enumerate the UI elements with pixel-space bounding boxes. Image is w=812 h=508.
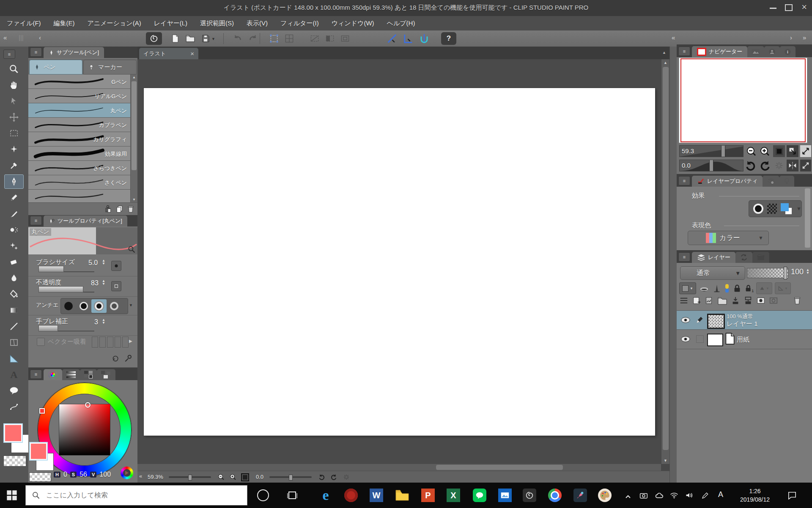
- tab-color-slider[interactable]: [62, 369, 80, 380]
- subtool-item-rough-pen[interactable]: ざらつきペン: [28, 161, 130, 175]
- scroll-thumb[interactable]: [132, 81, 137, 170]
- eyedropper-tool[interactable]: [4, 158, 24, 173]
- taskbar-app-word[interactable]: W: [370, 489, 383, 502]
- navigator-zoom-in-button[interactable]: [759, 145, 771, 157]
- sv-cursor[interactable]: [85, 402, 91, 408]
- subtool-item-maru-pen[interactable]: 丸ペン: [28, 103, 130, 118]
- duplicate-subtool-icon[interactable]: [115, 204, 124, 214]
- tab-timeline[interactable]: [752, 252, 769, 263]
- gradient-tool[interactable]: [4, 303, 24, 318]
- sv-square[interactable]: [59, 404, 110, 455]
- transfer-down-icon[interactable]: [731, 296, 740, 305]
- navigator-zoom-slider[interactable]: 59.3: [679, 145, 743, 157]
- set-as-mask-button[interactable]: ▼: [756, 282, 772, 294]
- navigator-rotate-cw-button[interactable]: [759, 160, 771, 171]
- tab-layer-search[interactable]: [735, 252, 752, 263]
- layer-thumbnail[interactable]: [707, 314, 725, 329]
- tray-pen-icon[interactable]: [701, 492, 709, 501]
- layer-list-icon[interactable]: [679, 296, 689, 305]
- vscroll-thumb[interactable]: [663, 67, 669, 450]
- collapse-far-right-icon[interactable]: »: [803, 34, 806, 41]
- taskbar-app-explorer[interactable]: [395, 489, 409, 501]
- taskbar-app-palette[interactable]: [598, 489, 612, 502]
- clock[interactable]: 1:26 2019/08/12: [732, 487, 778, 504]
- layer-name[interactable]: レイヤー 1: [727, 320, 758, 328]
- layer-property-menu-icon[interactable]: ≡: [678, 176, 690, 185]
- tone-effect-button[interactable]: [767, 204, 777, 214]
- tray-expand-button[interactable]: [625, 493, 631, 500]
- antialias-strong[interactable]: [107, 302, 122, 310]
- brush-tool[interactable]: [4, 207, 24, 221]
- status-zoom-in-button[interactable]: [228, 472, 238, 482]
- status-rotate-cw-button[interactable]: [329, 472, 339, 482]
- import-subtool-icon[interactable]: [104, 204, 112, 214]
- help-button[interactable]: ?: [441, 32, 456, 45]
- navigator-flip-vertical-button[interactable]: [800, 160, 811, 171]
- subtool-item-partial[interactable]: [28, 190, 130, 202]
- subtool-item-gpen[interactable]: Gペン: [28, 75, 130, 89]
- subtool-panel-menu-icon[interactable]: ≡: [30, 47, 42, 57]
- register-initial-icon[interactable]: [127, 245, 136, 254]
- vscroll-down-icon[interactable]: ▼: [664, 458, 667, 463]
- tray-cloud-icon[interactable]: [655, 493, 664, 500]
- merge-down-icon[interactable]: [743, 296, 753, 305]
- navigator-zoom-out-button[interactable]: [745, 145, 757, 157]
- status-rotation-value[interactable]: 0.0: [256, 474, 263, 480]
- status-zoom-out-button[interactable]: [216, 472, 226, 482]
- menu-edit[interactable]: 編集(E): [54, 19, 75, 28]
- canvas-vscrollbar[interactable]: ▲ ▼: [661, 59, 669, 464]
- tab-layer[interactable]: レイヤー: [692, 252, 735, 263]
- tab-marker[interactable]: マーカー: [83, 60, 137, 75]
- new-vector-layer-icon[interactable]: [705, 296, 714, 305]
- expression-dropdown[interactable]: カラー ▼: [688, 231, 769, 245]
- collapse-left-icon[interactable]: «: [3, 34, 7, 41]
- tab-color-wheel[interactable]: [44, 369, 62, 380]
- menu-selection[interactable]: 選択範囲(S): [200, 19, 234, 28]
- paper-thumbnail[interactable]: [707, 334, 723, 346]
- minimize-button[interactable]: [770, 8, 776, 9]
- subtool-item-real-gpen[interactable]: リアルGペン: [28, 89, 130, 103]
- selection-border-button[interactable]: [336, 28, 354, 49]
- document-tab-close-icon[interactable]: ×: [190, 50, 194, 57]
- navigator-preview[interactable]: [679, 58, 807, 143]
- menu-layer[interactable]: レイヤー(L): [154, 19, 187, 28]
- status-collapse-icon[interactable]: «: [139, 473, 142, 479]
- brush-size-unit-button[interactable]: [111, 261, 121, 271]
- delete-layer-icon[interactable]: [793, 296, 802, 305]
- csp-logo-button[interactable]: [146, 32, 162, 45]
- task-view-button[interactable]: [287, 490, 298, 500]
- canvas-page[interactable]: [144, 88, 655, 436]
- eraser-tool[interactable]: [4, 255, 24, 269]
- chevron-right-top-icon[interactable]: ›: [790, 34, 792, 41]
- start-button[interactable]: [6, 489, 18, 501]
- brush-size-stepper[interactable]: ▲▼: [102, 259, 105, 265]
- selection-tool[interactable]: [4, 126, 24, 141]
- frame-border-tool[interactable]: [4, 335, 24, 350]
- tab-color-mix[interactable]: [97, 369, 115, 380]
- collapse-right-top-icon[interactable]: «: [672, 34, 675, 41]
- chevron-left-icon[interactable]: ‹: [39, 34, 41, 41]
- status-reset-rotate-button[interactable]: [341, 472, 351, 482]
- tab-navigator[interactable]: ナビゲーター: [692, 46, 747, 57]
- mesh-transform-button[interactable]: [280, 28, 299, 49]
- tab-subview[interactable]: [764, 46, 780, 57]
- save-dropdown-icon[interactable]: ▼: [211, 37, 215, 41]
- hand-tool[interactable]: [4, 78, 24, 92]
- menu-help[interactable]: ヘルプ(H): [387, 19, 415, 28]
- layer-visible-icon[interactable]: [681, 317, 690, 323]
- delete-subtool-icon[interactable]: [126, 204, 135, 214]
- tray-volume-icon[interactable]: [685, 492, 694, 500]
- subtool-item-calligraphy[interactable]: カリグラフィ: [28, 132, 130, 146]
- layer-opacity-slider[interactable]: [747, 268, 788, 278]
- antialias-weak[interactable]: [76, 302, 91, 310]
- taskbar-app-photos[interactable]: [498, 489, 512, 502]
- tray-network-icon[interactable]: [670, 492, 678, 500]
- new-folder-icon[interactable]: [717, 296, 727, 305]
- status-zoom-slider[interactable]: [169, 476, 211, 478]
- tab-color-set[interactable]: [80, 369, 97, 380]
- move-layer-tool[interactable]: [4, 110, 24, 124]
- close-button[interactable]: ×: [801, 2, 807, 13]
- ruler-tool[interactable]: [4, 351, 24, 366]
- menu-animation[interactable]: アニメーション(A): [88, 19, 141, 28]
- reference-layer-icon[interactable]: [712, 283, 721, 293]
